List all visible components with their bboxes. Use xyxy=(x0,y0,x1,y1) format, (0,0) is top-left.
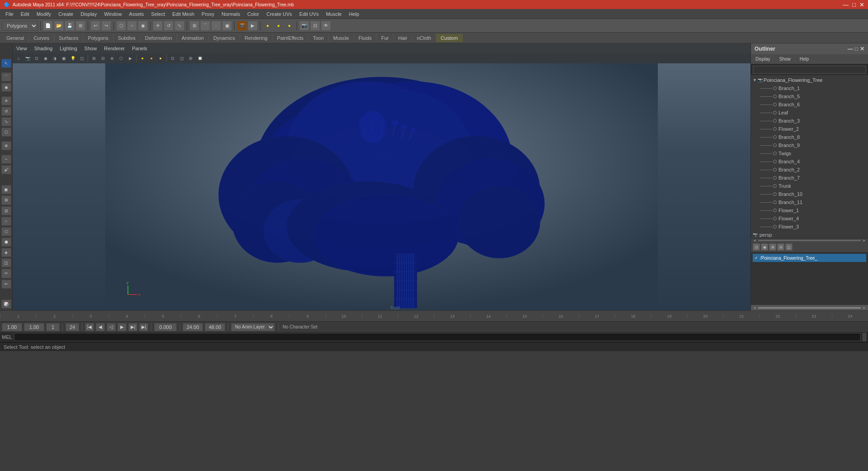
move-tool-btn[interactable]: ✛ xyxy=(1,96,11,105)
vis-btn[interactable]: 👁 xyxy=(321,21,331,31)
vp-icon-home[interactable]: ⌂ xyxy=(14,54,23,62)
tick-15[interactable]: 15 xyxy=(506,314,542,319)
vp-icon-color2[interactable]: ● xyxy=(147,54,156,62)
scale-tool-btn[interactable]: ⤡ xyxy=(1,117,11,126)
tree-item-branch1[interactable]: ——— Branch_1 xyxy=(751,84,868,92)
select-btn[interactable]: ⬡ xyxy=(116,21,126,31)
lasso-tool-btn[interactable]: ⌒ xyxy=(1,72,11,81)
undo-btn[interactable]: ↩ xyxy=(90,21,100,31)
view-cube-btn[interactable]: 🎲 xyxy=(1,300,11,309)
tab-fluids[interactable]: Fluids xyxy=(354,34,377,42)
menu-normals[interactable]: Normals xyxy=(218,10,244,18)
tick-23[interactable]: 23 xyxy=(796,314,832,319)
start-frame-input[interactable] xyxy=(2,323,22,331)
rotate-tool-btn[interactable]: ↺ xyxy=(1,107,11,116)
tree-item-branch6[interactable]: ——— Branch_6 xyxy=(751,100,868,109)
tick-24[interactable]: 24 xyxy=(832,314,868,319)
time-input[interactable] xyxy=(154,323,177,331)
vp-icon-textured[interactable]: ▣ xyxy=(60,54,68,62)
tree-item-flower3[interactable]: ——— Flower_3 xyxy=(751,223,868,231)
orbit-btn[interactable]: ○ xyxy=(1,217,11,226)
vp-icon-smooth[interactable]: ◉ xyxy=(42,54,50,62)
outliner-maximize-btn[interactable]: □ xyxy=(855,46,858,52)
tree-item-flower4[interactable]: ——— Flower_4 xyxy=(751,214,868,223)
tick-4[interactable]: 4 xyxy=(108,314,145,319)
show-manipulator-btn[interactable]: ⊞ xyxy=(1,195,11,205)
menu-edit[interactable]: Edit xyxy=(17,10,33,18)
snap-curve-btn[interactable]: ⌒ xyxy=(200,21,210,31)
tick-20[interactable]: 20 xyxy=(687,314,723,319)
soft-mod-btn[interactable]: ~ xyxy=(1,155,11,164)
tree-item-leaf[interactable]: ——— Leaf xyxy=(751,109,868,117)
vp-icon-grid[interactable]: ⊞ xyxy=(90,54,98,62)
tab-dynamics[interactable]: Dynamics xyxy=(209,34,240,42)
ipr-btn[interactable]: ▶ xyxy=(248,21,258,31)
tick-11[interactable]: 11 xyxy=(362,314,398,319)
tree-item-branch2[interactable]: ——— Branch_2 xyxy=(751,166,868,174)
tick-9[interactable]: 9 xyxy=(289,314,326,319)
vp-icon-color3[interactable]: ● xyxy=(156,54,165,62)
tab-curves[interactable]: Curves xyxy=(29,34,54,42)
tab-polygons[interactable]: Polygons xyxy=(83,34,113,42)
vp-menu-renderer[interactable]: Renderer xyxy=(102,45,127,52)
tick-21[interactable]: 21 xyxy=(723,314,760,319)
go-to-end-btn[interactable]: ▶| xyxy=(139,323,148,331)
outliner-close-btn[interactable]: ✕ xyxy=(860,46,864,52)
outliner-search-input[interactable] xyxy=(753,66,866,74)
current-frame-input[interactable] xyxy=(24,323,44,331)
tick-13[interactable]: 13 xyxy=(434,314,470,319)
polygon-selector[interactable]: Polygons xyxy=(2,21,38,31)
outliner-btn-1[interactable]: ⊡ xyxy=(753,243,760,251)
outliner-menu-show[interactable]: Show xyxy=(777,56,793,62)
menu-proxy[interactable]: Proxy xyxy=(198,10,218,18)
viewport[interactable]: View Shading Lighting Show Renderer Pane… xyxy=(13,43,750,310)
light3-btn[interactable]: ● xyxy=(284,21,294,31)
outliner-search-bar[interactable] xyxy=(751,64,868,75)
tick-5[interactable]: 5 xyxy=(145,314,181,319)
tick-8[interactable]: 8 xyxy=(253,314,289,319)
display-btn[interactable]: ⊡ xyxy=(310,21,320,31)
move-btn[interactable]: ✛ xyxy=(153,21,163,31)
tick-18[interactable]: 18 xyxy=(615,314,651,319)
tick-22[interactable]: 22 xyxy=(760,314,796,319)
outliner-menu-display[interactable]: Display xyxy=(753,56,773,62)
menu-create-uvs[interactable]: Create UVs xyxy=(263,10,296,18)
tab-hair[interactable]: Hair xyxy=(394,34,412,42)
tree-item-branch3[interactable]: ——— Branch_3 xyxy=(751,117,868,125)
vp-icon-color1[interactable]: ● xyxy=(138,54,146,62)
tick-3[interactable]: 3 xyxy=(72,314,108,319)
render-region-btn[interactable]: ▣ xyxy=(1,185,11,194)
menu-muscle[interactable]: Muscle xyxy=(322,10,345,18)
step-back-btn[interactable]: ◀ xyxy=(96,323,105,331)
poly-merge-btn[interactable]: ◈ xyxy=(1,248,11,257)
vp-icon-isolate[interactable]: 🔲 xyxy=(196,54,204,62)
max-frame-input[interactable] xyxy=(205,323,225,331)
tab-ncloth[interactable]: nCloth xyxy=(412,34,436,42)
menu-assets[interactable]: Assets xyxy=(125,10,147,18)
vp-icon-frame[interactable]: ⬡ xyxy=(117,54,125,62)
play-fwd-btn[interactable]: ▶ xyxy=(118,323,127,331)
outliner-minimize-btn[interactable]: — xyxy=(848,46,853,52)
title-bar-controls[interactable]: — □ ✕ xyxy=(843,1,864,8)
tree-item-trunk[interactable]: ——— Trunk xyxy=(751,182,868,190)
tick-10[interactable]: 10 xyxy=(326,314,362,319)
tree-item-twigs[interactable]: ——— Twigs xyxy=(751,149,868,157)
tick-2[interactable]: 2 xyxy=(36,314,72,319)
tick-6[interactable]: 6 xyxy=(181,314,217,319)
outliner-menu-help[interactable]: Help xyxy=(797,56,812,62)
tab-fur[interactable]: Fur xyxy=(377,34,394,42)
universal-tool-btn[interactable]: ⊕ xyxy=(1,141,11,150)
menu-help[interactable]: Help xyxy=(345,10,363,18)
tab-subdivs[interactable]: Subdivs xyxy=(113,34,141,42)
tab-muscle[interactable]: Muscle xyxy=(329,34,354,42)
rotate-btn[interactable]: ↺ xyxy=(164,21,174,31)
light1-btn[interactable]: ● xyxy=(263,21,273,31)
tree-item-branch10[interactable]: ——— Branch_10 xyxy=(751,190,868,198)
end-frame-input[interactable] xyxy=(183,323,203,331)
bottom-active-item[interactable]: ✓ / Poinciana_Flowering_Tree_ xyxy=(753,254,866,262)
menu-edit-mesh[interactable]: Edit Mesh xyxy=(169,10,198,18)
tab-custom[interactable]: Custom xyxy=(436,34,463,42)
tick-1[interactable]: 1 xyxy=(0,314,36,319)
vp-icon-shaded[interactable]: ◑ xyxy=(51,54,59,62)
vp-menu-shading[interactable]: Shading xyxy=(33,45,54,52)
